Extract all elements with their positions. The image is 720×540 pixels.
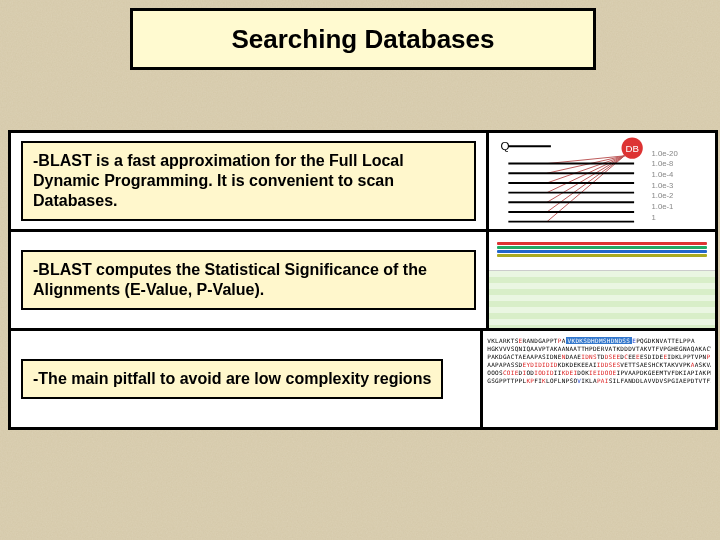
evalue: 1.0e-20 (651, 149, 677, 158)
evalue: 1.0e-3 (651, 181, 673, 190)
evalue: 1.0e-8 (651, 159, 673, 168)
evalue: 1.0e-2 (651, 191, 673, 200)
evalue: 1 (651, 213, 655, 222)
evalue: 1.0e-4 (651, 170, 674, 179)
slide-title: Searching Databases (130, 8, 596, 70)
seq-line: OOOSCOIEDIODIODIDIIKDEIDOKIEIDOOEIPVAAPD… (487, 369, 711, 377)
content-table: -BLAST is a fast approximation for the F… (8, 130, 718, 430)
table-row: -BLAST computes the Statistical Signific… (11, 229, 715, 328)
cell-text: -BLAST computes the Statistical Signific… (11, 232, 486, 328)
bullet-text: -The main pitfall to avoid are low compl… (33, 370, 431, 387)
table-row: -BLAST is a fast approximation for the F… (11, 133, 715, 229)
illustration-blast-db: Q DB (486, 133, 715, 229)
slide-title-text: Searching Databases (231, 24, 494, 55)
table-row: -The main pitfall to avoid are low compl… (11, 328, 715, 427)
illustration-blast-output (486, 232, 715, 328)
query-label: Q (500, 139, 509, 152)
bullet-text: -BLAST is a fast approximation for the F… (33, 152, 404, 209)
hit-table-icon (489, 271, 715, 328)
cell-text: -BLAST is a fast approximation for the F… (11, 133, 486, 229)
seq-line: AAPAPASSDEYDIDIDIDKDKDEKEEAIIDDSESVETTSA… (487, 361, 711, 369)
illustration-low-complexity: VKLARKTSERANDGAPPTPAVKDKSDHDMSHDNDSSEPQG… (480, 331, 715, 427)
bullet-box: -The main pitfall to avoid are low compl… (21, 359, 443, 399)
bullet-box: -BLAST computes the Statistical Signific… (21, 250, 476, 310)
seq-line: HGKVVVSQNIQAAVPTAKAANAATTHPDERVATKDDDVTA… (487, 345, 711, 353)
bullet-text: -BLAST computes the Statistical Signific… (33, 261, 427, 298)
seq-line: PAKDGACTAEAAPASIDNENDAAEIDNSTDDSEEDCEEEE… (487, 353, 711, 361)
seq-line: GSGPPTTPPLKPFIKLOFLNPSOVIKLAPAISILFANDDL… (487, 377, 711, 385)
seq-line: VKLARKTSERANDGAPPTPAVKDKSDHDMSHDNDSSEPQG… (487, 337, 711, 345)
bullet-box: -BLAST is a fast approximation for the F… (21, 141, 476, 221)
db-label: DB (625, 143, 638, 154)
alignment-bars-icon (489, 232, 715, 271)
evalue: 1.0e-1 (651, 202, 673, 211)
cell-text: -The main pitfall to avoid are low compl… (11, 331, 480, 427)
